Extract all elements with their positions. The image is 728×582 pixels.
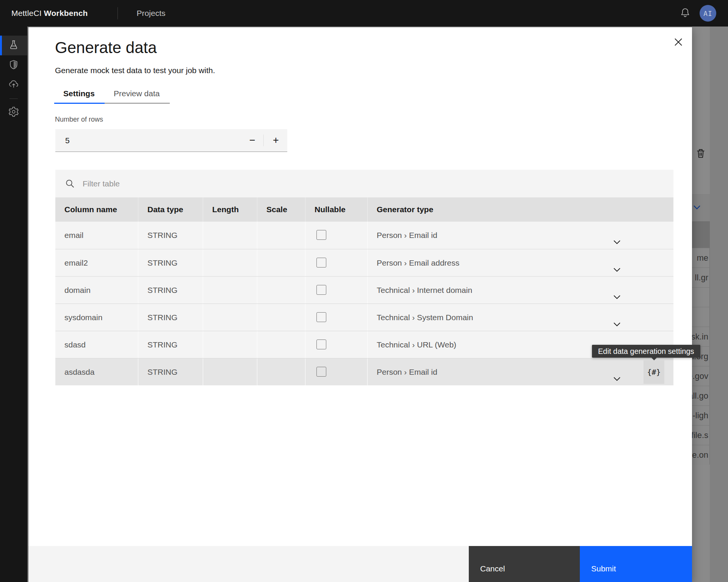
edit-generator-settings-button[interactable]: {#}: [643, 360, 664, 384]
cell-length: [203, 331, 257, 358]
cell-data-type: STRING: [138, 331, 203, 358]
tooltip-caret: [651, 357, 657, 360]
chevron-down-icon[interactable]: [612, 231, 622, 249]
nav-projects[interactable]: Projects: [137, 9, 166, 18]
modal-footer: Cancel Submit: [28, 546, 692, 582]
brand-prefix: MettleCI: [11, 9, 42, 17]
cell-column-name: sdasd: [55, 331, 138, 358]
edit-settings-tooltip: Edit data generation settings: [592, 345, 700, 358]
shield-icon: [8, 59, 19, 71]
col-header-column-name: Column name: [55, 197, 138, 222]
cell-generator-type: Technical › Internet domain: [367, 277, 673, 304]
chevron-down-icon[interactable]: [612, 258, 622, 276]
generator-type-value[interactable]: Technical › URL (Web): [377, 340, 456, 349]
nullable-checkbox[interactable]: [316, 285, 326, 295]
cell-data-type: STRING: [138, 222, 203, 249]
close-icon[interactable]: [669, 33, 687, 51]
cloud-upload-icon: [8, 79, 19, 91]
generator-type-value[interactable]: Person › Email id: [377, 368, 437, 376]
columns-table: Filter table Column name Data type Lengt…: [55, 170, 673, 385]
chevron-down-icon[interactable]: [612, 313, 622, 331]
increment-button[interactable]: +: [265, 129, 287, 152]
nullable-checkbox[interactable]: [316, 367, 326, 377]
cell-length: [203, 277, 257, 304]
col-header-nullable: Nullable: [305, 197, 367, 222]
table-row-hovered: asdasda STRING Person › Email id {#}: [55, 358, 673, 385]
col-header-generator-type: Generator type: [367, 197, 673, 222]
cell-scale: [257, 304, 305, 331]
chevron-down-icon[interactable]: [612, 368, 622, 385]
sidebar-item-compliance[interactable]: [0, 55, 27, 75]
table-row: sdasd STRING Technical › URL (Web): [55, 331, 673, 358]
user-avatar[interactable]: AI: [700, 5, 716, 22]
app-header: MettleCI Workbench Projects AI: [0, 0, 728, 27]
cell-generator-type: Person › Email address: [367, 249, 673, 276]
cell-column-name: email: [55, 222, 138, 249]
cell-data-type: STRING: [138, 304, 203, 331]
modal-title: Generate data: [55, 39, 157, 57]
filter-table-input[interactable]: Filter table: [83, 170, 120, 197]
tab-settings[interactable]: Settings: [54, 84, 105, 104]
col-header-scale: Scale: [257, 197, 305, 222]
flask-icon: [10, 39, 19, 52]
cell-length: [203, 358, 257, 385]
gear-icon: [8, 106, 19, 119]
generator-type-value[interactable]: Technical › System Domain: [377, 313, 473, 322]
sidebar-divider: [9, 99, 18, 99]
sidebar-item-settings[interactable]: [0, 103, 27, 122]
screen: me ll.gr sk.in ll.org e.gov all.go -ligh…: [0, 0, 728, 582]
cell-column-name: domain: [55, 277, 138, 304]
cell-scale: [257, 358, 305, 385]
cell-generator-type: Person › Email id: [367, 222, 673, 249]
table-row: sysdomain STRING Technical › System Doma…: [55, 304, 673, 331]
tab-preview-data[interactable]: Preview data: [105, 84, 170, 104]
table-row: email STRING Person › Email id: [55, 222, 673, 249]
table-header-row: Column name Data type Length Scale Nulla…: [55, 197, 673, 222]
side-nav: [0, 27, 27, 582]
cell-generator-type: Technical › System Domain: [367, 304, 673, 331]
number-of-rows-value[interactable]: 5: [65, 129, 70, 152]
cancel-button[interactable]: Cancel: [469, 546, 580, 582]
table-row: domain STRING Technical › Internet domai…: [55, 276, 673, 304]
search-icon: [65, 179, 75, 190]
table-toolbar: Filter table: [55, 170, 673, 197]
cell-scale: [257, 331, 305, 358]
cell-scale: [257, 277, 305, 304]
cell-length: [203, 222, 257, 249]
nullable-checkbox[interactable]: [316, 230, 326, 240]
generator-type-value[interactable]: Technical › Internet domain: [377, 286, 472, 294]
cell-column-name: email2: [55, 249, 138, 276]
cell-data-type: STRING: [138, 358, 203, 385]
notifications-bell-icon[interactable]: [680, 7, 690, 19]
number-of-rows-input[interactable]: 5 − +: [55, 129, 287, 152]
cell-scale: [257, 249, 305, 276]
cell-scale: [257, 222, 305, 249]
cell-data-type: STRING: [138, 277, 203, 304]
sidebar-item-tests[interactable]: [0, 36, 27, 55]
modal-subtitle: Generate mock test data to test your job…: [55, 66, 215, 75]
number-of-rows-label: Number of rows: [55, 116, 103, 124]
header-divider: [117, 7, 118, 19]
decrement-button[interactable]: −: [241, 129, 264, 152]
submit-button[interactable]: Submit: [580, 546, 692, 582]
cell-length: [203, 304, 257, 331]
modal-tabs: Settings Preview data: [54, 84, 170, 104]
cell-column-name: sysdomain: [55, 304, 138, 331]
generator-type-value[interactable]: Person › Email id: [377, 231, 437, 239]
nullable-checkbox[interactable]: [316, 258, 326, 268]
col-header-data-type: Data type: [138, 197, 203, 222]
nullable-checkbox[interactable]: [316, 340, 326, 349]
cell-data-type: STRING: [138, 249, 203, 276]
app-brand[interactable]: MettleCI Workbench: [11, 9, 88, 18]
cell-generator-type: Person › Email id {#}: [367, 358, 673, 385]
col-header-length: Length: [203, 197, 257, 222]
nullable-checkbox[interactable]: [316, 312, 326, 322]
cell-length: [203, 249, 257, 276]
sidebar-item-deploy[interactable]: [0, 75, 27, 95]
generator-type-value[interactable]: Person › Email address: [377, 258, 459, 267]
brand-suffix: Workbench: [44, 9, 88, 17]
chevron-down-icon[interactable]: [612, 286, 622, 304]
cell-column-name: asdasda: [55, 358, 138, 385]
table-row: email2 STRING Person › Email address: [55, 249, 673, 276]
generate-data-modal: Generate data Generate mock test data to…: [28, 27, 692, 582]
